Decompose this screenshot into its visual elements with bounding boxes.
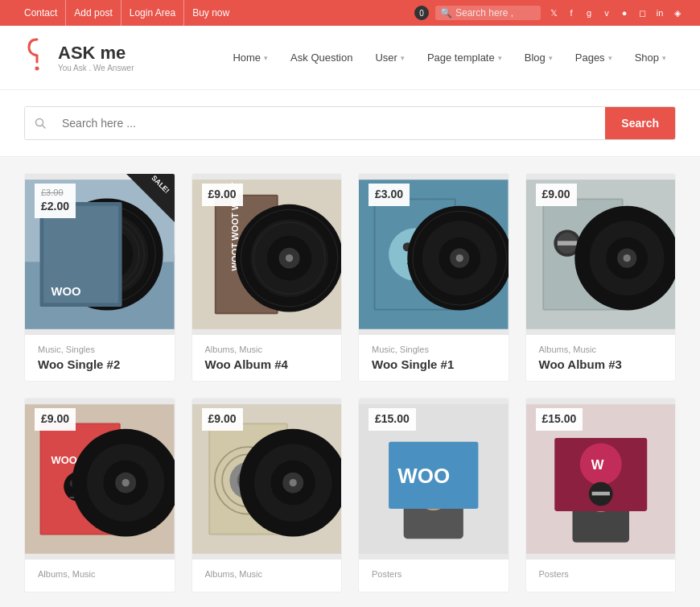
product-card[interactable]: £9.00 [525,173,677,382]
nav-ask-question[interactable]: Ask Question [281,45,362,70]
nav-shop[interactable]: Shop ▾ [625,45,676,70]
product-info: Music, Singles Woo Single #1 [359,335,509,381]
product-card[interactable]: £15.00 W [525,398,677,593]
logo-tagline: You Ask . We Answer [58,64,134,72]
product-card[interactable]: £9.00 WOO [24,398,175,593]
logo-icon [24,38,50,78]
product-price: £3.00 [369,184,410,206]
social-icons: 𝕏 f g v ● ◻ in ◈ [547,6,684,19]
product-title: Woo Single #2 [38,357,162,371]
product-price: £9.00 [536,184,577,206]
search-bar: Search [24,106,676,140]
chevron-down-icon: ▾ [264,54,268,62]
linkedin-icon[interactable]: in [653,6,666,19]
svg-line-2 [43,126,46,129]
svg-point-64 [122,479,130,486]
product-image: £9.00 WOOT WOOT WOOT [192,174,342,335]
flickr-icon[interactable]: ● [618,6,631,19]
product-category: Albums, Music [205,569,329,579]
product-title: Woo Album #4 [205,357,329,371]
instagram-icon[interactable]: ◻ [636,6,649,19]
chevron-down-icon: ▾ [401,54,405,62]
product-info: Albums, Music [25,560,175,592]
product-info: Posters [526,560,676,592]
cart-badge[interactable]: 0 [414,6,429,20]
nav-page-template[interactable]: Page template ▾ [418,45,512,70]
logo[interactable]: ASK me You Ask . We Answer [24,38,134,78]
chevron-down-icon: ▾ [608,54,612,62]
nav-user[interactable]: User ▾ [365,45,414,70]
product-title: Woo Single #1 [372,357,496,371]
product-category: Albums, Music [38,569,162,579]
search-input[interactable] [56,107,605,139]
product-card[interactable]: £9.00 WOOT WOOT WOOT [191,173,343,382]
product-image: £15.00 WOO [359,398,509,560]
facebook-icon[interactable]: f [565,6,578,19]
top-search-input[interactable] [455,7,536,19]
search-button[interactable]: Search [605,107,675,139]
product-card[interactable]: £3.00 [358,173,509,382]
products-section: SALE! £3.00 £2.00 [0,157,700,607]
product-card[interactable]: SALE! £3.00 £2.00 [24,173,175,382]
product-info: Music, Singles Woo Single #2 [25,335,175,381]
svg-point-38 [456,254,463,262]
product-price: £15.00 [369,408,416,431]
svg-rect-94 [591,492,609,496]
svg-text:W: W [591,457,603,473]
product-category: Music, Singles [38,345,162,354]
nav-home[interactable]: Home ▾ [223,45,278,70]
product-image: £9.00 WOO [25,398,175,560]
chevron-down-icon: ▾ [549,54,553,62]
product-price: £9.00 [202,184,243,206]
svg-point-77 [289,479,296,486]
products-grid: SALE! £3.00 £2.00 [24,173,676,593]
twitter-icon[interactable]: 𝕏 [547,6,560,19]
sale-badge: SALE! [150,174,171,195]
top-search-form[interactable]: 🔍 [435,6,541,20]
sale-corner: SALE! [126,174,175,222]
svg-point-0 [35,66,39,70]
product-price: £3.00 £2.00 [35,184,76,218]
product-info: Albums, Music [192,560,342,592]
buy-now-link[interactable]: Buy now [184,0,237,26]
nav-pages[interactable]: Pages ▾ [566,45,622,70]
top-bar: Contact Add post Login Area Buy now 0 🔍 … [0,0,700,26]
product-info: Albums, Music Woo Album #3 [526,335,676,381]
svg-point-25 [285,254,292,262]
svg-point-52 [623,254,630,262]
product-info: Posters [359,560,509,592]
search-icon: 🔍 [440,7,452,19]
contact-link[interactable]: Contact [16,0,66,26]
svg-text:WOO: WOO [51,454,76,466]
top-bar-links: Contact Add post Login Area Buy now [16,0,237,26]
product-price: £9.00 [202,408,243,431]
product-price: £15.00 [536,408,583,431]
product-title: Woo Album #3 [539,357,663,371]
product-info: Albums, Music Woo Album #4 [192,335,342,381]
product-category: Posters [539,569,663,579]
add-post-link[interactable]: Add post [66,0,121,26]
vk-icon[interactable]: v [600,6,613,19]
product-card[interactable]: £15.00 WOO Posters [358,398,509,593]
logo-text: ASK me You Ask . We Answer [58,43,134,72]
login-area-link[interactable]: Login Area [121,0,184,26]
search-section: Search [0,90,700,157]
nav-blog[interactable]: Blog ▾ [515,45,562,70]
search-bar-icon [25,107,56,139]
chevron-down-icon: ▾ [662,54,666,62]
svg-text:WOO: WOO [51,285,80,298]
site-header: ASK me You Ask . We Answer Home ▾ Ask Qu… [0,26,700,90]
main-nav: Home ▾ Ask Question User ▾ Page template… [223,45,676,70]
product-image: £9.00 [526,174,676,335]
product-image: SALE! £3.00 £2.00 [25,174,175,335]
svg-rect-45 [557,241,576,246]
product-image: £15.00 W [526,398,676,560]
logo-title: ASK me [58,43,134,64]
svg-text:WOO: WOO [397,464,450,488]
rss-icon[interactable]: ◈ [671,6,684,19]
product-category: Albums, Music [539,345,663,354]
product-image: £9.00 [192,398,342,560]
product-card[interactable]: £9.00 [191,398,343,593]
product-category: Posters [372,569,496,579]
googleplus-icon[interactable]: g [583,6,595,19]
